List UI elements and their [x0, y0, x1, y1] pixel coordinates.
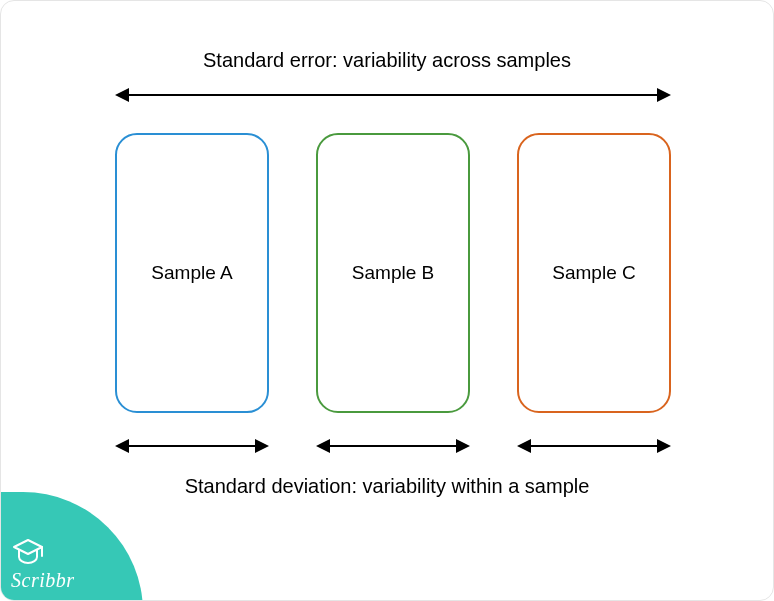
standard-deviation-label: Standard deviation: variability within a…	[1, 475, 773, 498]
sample-b-label: Sample B	[352, 262, 434, 284]
brand-name: Scribbr	[11, 569, 75, 592]
bottom-arrows	[115, 439, 671, 453]
double-arrow-icon	[517, 439, 671, 453]
sample-box-b: Sample B	[316, 133, 470, 413]
sample-a-label: Sample A	[151, 262, 232, 284]
top-arrow	[115, 88, 671, 102]
graduation-cap-icon	[11, 537, 45, 567]
double-arrow-icon	[316, 439, 470, 453]
sample-box-a: Sample A	[115, 133, 269, 413]
double-arrow-icon	[115, 439, 269, 453]
brand-badge: Scribbr	[0, 492, 143, 601]
diagram-content: Standard error: variability across sampl…	[1, 1, 773, 600]
diagram-card: Standard error: variability across sampl…	[0, 0, 774, 601]
double-arrow-icon	[115, 88, 671, 102]
sample-box-c: Sample C	[517, 133, 671, 413]
sample-c-label: Sample C	[552, 262, 635, 284]
standard-error-label: Standard error: variability across sampl…	[1, 49, 773, 72]
sample-boxes: Sample A Sample B Sample C	[115, 133, 671, 413]
